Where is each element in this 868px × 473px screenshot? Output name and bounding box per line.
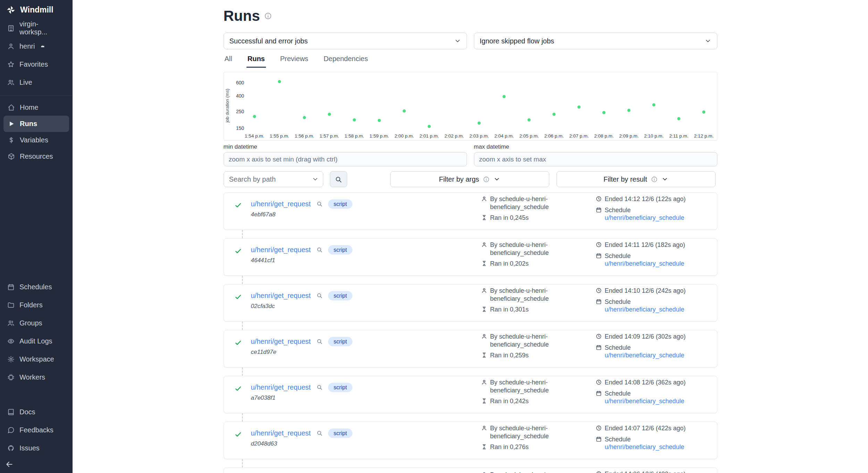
schedule-link[interactable]: u/henri/beneficiary_schedule <box>605 398 684 405</box>
sidebar-item-label: Feedbacks <box>19 426 53 434</box>
inspect-run-icon[interactable] <box>316 430 323 436</box>
schedule-link[interactable]: u/henri/beneficiary_schedule <box>605 214 684 221</box>
triggered-by-icon <box>481 196 487 202</box>
run-card[interactable]: u/henri/get_request script ce11d97e By s… <box>224 330 717 367</box>
app-logo[interactable]: Windmill <box>0 0 73 19</box>
job-kind-badge: script <box>328 337 352 346</box>
sidebar-item-groups[interactable]: Groups <box>0 314 73 332</box>
run-card[interactable]: u/henri/get_request script By schedule-u… <box>224 467 717 473</box>
triggered-by-icon <box>481 379 487 385</box>
run-connector <box>242 230 243 238</box>
schedule-link[interactable]: u/henri/beneficiary_schedule <box>605 260 684 267</box>
hourglass-icon <box>481 215 487 221</box>
sidebar-item-virgin-worksp[interactable]: virgin-worksp... <box>0 19 73 37</box>
success-check-icon <box>234 339 242 347</box>
filter-by-result-button[interactable]: Filter by result <box>557 171 716 187</box>
run-id: ce11d97e <box>251 349 481 356</box>
users-icon <box>7 320 15 327</box>
sidebar-item-resources[interactable]: Resources <box>3 148 69 165</box>
inspect-run-icon[interactable] <box>316 201 323 207</box>
info-icon <box>483 176 490 183</box>
svg-text:job duration (ms): job duration (ms) <box>225 89 230 123</box>
sidebar-item-label: Issues <box>19 444 40 452</box>
sidebar-item-feedbacks[interactable]: Feedbacks <box>0 421 73 439</box>
job-duration-chart[interactable]: job duration (ms)6004002501501:54 p.m.1:… <box>224 72 717 141</box>
filter-by-args-button[interactable]: Filter by args <box>390 171 549 187</box>
clock-icon <box>596 425 602 431</box>
run-path-link[interactable]: u/henri/get_request <box>251 429 311 437</box>
flow-jobs-select[interactable]: Ignore skipped flow jobs <box>474 33 717 49</box>
info-icon[interactable] <box>264 12 272 20</box>
job-status-select[interactable]: Successful and error jobs <box>224 33 467 49</box>
triggered-by-icon <box>481 242 487 248</box>
sidebar-item-live[interactable]: Live <box>0 73 73 91</box>
tab-runs[interactable]: Runs <box>247 51 266 68</box>
hourglass-icon <box>481 444 487 450</box>
inspect-run-icon[interactable] <box>316 247 323 253</box>
tab-previews[interactable]: Previews <box>279 51 309 68</box>
triggered-by-text: By schedule-u-henri-beneficiary_schedule <box>490 379 549 394</box>
sidebar-admin-group: SchedulesFoldersGroupsAudit LogsWorkspac… <box>0 278 73 386</box>
svg-text:1:56 p.m.: 1:56 p.m. <box>294 133 314 139</box>
run-connector <box>242 367 243 376</box>
book-icon <box>7 408 15 416</box>
search-path-input[interactable] <box>224 171 323 187</box>
calendar-icon <box>7 283 15 291</box>
run-path-link[interactable]: u/henri/get_request <box>251 246 311 254</box>
min-datetime-input[interactable] <box>224 152 467 166</box>
svg-text:2:02 p.m.: 2:02 p.m. <box>444 133 464 139</box>
sidebar-item-schedules[interactable]: Schedules <box>0 278 73 296</box>
run-card[interactable]: u/henri/get_request script d2048d63 By s… <box>224 422 717 459</box>
run-id: a7e038f1 <box>251 395 481 401</box>
svg-text:250: 250 <box>236 109 244 114</box>
sidebar-item-label: Audit Logs <box>19 337 52 345</box>
run-path-link[interactable]: u/henri/get_request <box>251 383 311 391</box>
sidebar: Windmill virgin-worksp...henriFavoritesL… <box>0 0 73 473</box>
run-card[interactable]: u/henri/get_request script 02cfa3dc By s… <box>224 284 717 322</box>
run-ended-text: Ended 14:07 12/6 (422s ago) <box>605 424 686 432</box>
run-path-link[interactable]: u/henri/get_request <box>251 200 311 208</box>
schedule-link[interactable]: u/henri/beneficiary_schedule <box>605 443 684 450</box>
run-duration-text: Ran in 0,202s <box>490 260 529 268</box>
sidebar-top-group: virgin-worksp...henriFavoritesLive <box>0 19 73 91</box>
sidebar-item-home[interactable]: Home <box>3 99 69 116</box>
run-card[interactable]: u/henri/get_request script 4ebf67a8 By s… <box>224 192 717 230</box>
sidebar-item-issues[interactable]: Issues <box>0 439 73 457</box>
schedule-link[interactable]: u/henri/beneficiary_schedule <box>605 306 684 313</box>
triggered-by-text: By schedule-u-henri-beneficiary_schedule <box>490 471 549 473</box>
search-button[interactable] <box>330 171 347 187</box>
run-ended-text: Ended 14:10 12/6 (242s ago) <box>605 287 686 295</box>
inspect-run-icon[interactable] <box>316 384 323 390</box>
schedule-link[interactable]: u/henri/beneficiary_schedule <box>605 352 684 359</box>
sidebar-item-workspace[interactable]: Workspace <box>0 350 73 368</box>
sidebar-collapse-button[interactable] <box>5 460 15 470</box>
sidebar-item-folders[interactable]: Folders <box>0 296 73 314</box>
page-title-text: Runs <box>224 8 260 24</box>
svg-text:1:58 p.m.: 1:58 p.m. <box>344 133 364 139</box>
job-duration-chart-canvas[interactable]: job duration (ms)6004002501501:54 p.m.1:… <box>224 72 717 140</box>
sidebar-item-docs[interactable]: Docs <box>0 403 73 421</box>
inspect-run-icon[interactable] <box>316 292 323 299</box>
clock-icon <box>596 471 602 473</box>
sidebar-item-workers[interactable]: Workers <box>0 368 73 386</box>
run-duration-text: Ran in 0,259s <box>490 351 529 359</box>
run-card[interactable]: u/henri/get_request script a7e038f1 By s… <box>224 376 717 413</box>
svg-text:2:03 p.m.: 2:03 p.m. <box>469 133 489 139</box>
sidebar-item-henri[interactable]: henri <box>0 37 73 55</box>
sidebar-item-favorites[interactable]: Favorites <box>0 55 73 73</box>
run-card[interactable]: u/henri/get_request script 46441cf1 By s… <box>224 238 717 276</box>
triggered-by-text: By schedule-u-henri-beneficiary_schedule <box>490 424 549 440</box>
sidebar-item-audit-logs[interactable]: Audit Logs <box>0 332 73 350</box>
sidebar-item-runs[interactable]: Runs <box>3 116 69 132</box>
inspect-run-icon[interactable] <box>316 338 323 345</box>
tab-dependencies[interactable]: Dependencies <box>323 51 369 68</box>
tab-all[interactable]: All <box>224 51 233 68</box>
building-icon <box>7 25 15 32</box>
top-filter-selects: Successful and error jobs Ignore skipped… <box>224 33 717 49</box>
search-filter-row: Filter by args Filter by result <box>224 171 717 187</box>
run-path-link[interactable]: u/henri/get_request <box>251 292 311 300</box>
run-path-link[interactable]: u/henri/get_request <box>251 338 311 346</box>
sidebar-item-variables[interactable]: Variables <box>3 132 69 148</box>
sidebar-divider <box>0 96 73 96</box>
max-datetime-input[interactable] <box>474 152 717 166</box>
